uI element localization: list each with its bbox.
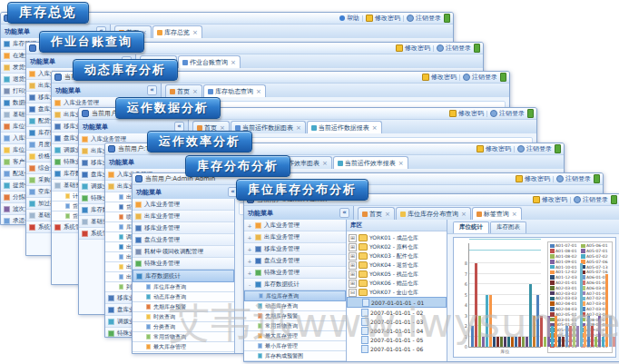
tab[interactable]: 首页 × [358, 207, 395, 220]
logout-button[interactable]: 注销登录 [517, 144, 552, 153]
tab[interactable]: 库存动态查询 × [203, 84, 266, 97]
tree-node-location[interactable]: 2007-01-01-01 - 02 [347, 308, 447, 317]
sidebar-item[interactable]: 先期库存预警 [133, 302, 234, 312]
sidebar-item[interactable]: - 库存数据统计 [244, 279, 346, 290]
sidebar-item[interactable]: 动态库存查询 [244, 301, 346, 311]
sidebar-item[interactable]: 移库业务管理 [133, 222, 234, 234]
tree-node-location[interactable]: 2007-01-01-01 - 03 [347, 317, 447, 326]
tree-expander-icon[interactable]: ⊞ [349, 261, 357, 270]
sidebar-item[interactable]: + 出库业务管理 [244, 231, 346, 243]
sidebar-item[interactable]: 库存数据统计 [133, 270, 234, 282]
logout-button[interactable]: 注销登录 [490, 109, 525, 118]
sidebar-item[interactable]: 常用货物查询 [133, 332, 234, 342]
tree-node-warehouse[interactable]: ⊞ YORK03 - 配件仓库 [347, 251, 447, 261]
tab[interactable]: 库位库存分布查询 × [396, 207, 471, 220]
sidebar-item[interactable]: 入库业务管理 [133, 199, 234, 211]
sidebar-item[interactable]: 先期库存预警 [244, 311, 346, 321]
tree-node-warehouse[interactable]: ⊞ YORK04 - 退货仓库 [347, 261, 447, 270]
sidebar-item[interactable]: 时效查询 [133, 312, 234, 322]
change-password-button[interactable]: 修改密码 [477, 144, 511, 153]
sidebar-item[interactable]: 最小库存管理 [133, 352, 234, 353]
tab-close-icon[interactable]: × [192, 29, 198, 36]
tree-node-warehouse[interactable]: ⊟ YORK07 - 金山仓库 [347, 288, 447, 297]
sidebar-item[interactable]: 分类查询 [133, 322, 234, 332]
tab-close-icon[interactable]: × [231, 59, 236, 66]
tab-close-icon[interactable]: × [512, 211, 517, 218]
tree-expander-icon[interactable]: ⊟ [349, 289, 357, 297]
tree-node-warehouse[interactable]: ⊞ YORK01 - 成品仓库 [347, 233, 447, 242]
exit-icon[interactable] [555, 144, 561, 153]
logout-button[interactable]: 注销登录 [437, 44, 471, 53]
view-tab-stock-chart[interactable]: 库存图表 [490, 221, 526, 233]
expander-icon[interactable]: + [247, 246, 252, 252]
logout-button[interactable]: 注销登录 [574, 195, 608, 204]
exit-icon[interactable] [444, 14, 450, 23]
sidebar-item[interactable]: 常用货物查询 [244, 321, 346, 331]
sidebar-item[interactable]: + 特殊业务管理 [244, 267, 346, 279]
logout-button[interactable]: 注销登录 [556, 174, 591, 183]
expander-icon[interactable]: + [247, 234, 252, 241]
tree-node-warehouse[interactable]: ⊞ YORK02 - 原料仓库 [347, 242, 447, 251]
tree-expander-icon[interactable]: ⊞ [349, 252, 357, 261]
tree-expander-icon[interactable]: ⊞ [349, 271, 357, 279]
sidebar-item[interactable]: 特殊业务管理 [133, 258, 234, 270]
sidebar-item[interactable]: 动态库存查询 [133, 292, 234, 302]
change-password-button[interactable]: 修改密码 [533, 195, 567, 204]
tree-node-location[interactable]: 2007-01-01-01 - 01 [347, 297, 447, 308]
tab[interactable]: 作业台账查询 × [178, 55, 241, 68]
tree-expander-icon[interactable]: ⊞ [349, 280, 357, 288]
logout-button[interactable]: 注销登录 [463, 73, 497, 82]
tree-node-warehouse[interactable]: ⊞ YORK06 - 赠品仓库 [347, 279, 447, 288]
exit-icon[interactable] [500, 73, 506, 82]
help-button[interactable]: 帮助 [339, 14, 359, 23]
tab[interactable]: 当前运作数据报表 × [307, 121, 382, 133]
sidebar-item[interactable]: 最大库存管理 [133, 342, 234, 352]
tree-expander-icon[interactable]: ⊞ [349, 243, 357, 251]
tab[interactable]: 当前运作效率报表 × [333, 156, 408, 169]
collapse-menu-button[interactable]: « [339, 208, 349, 218]
sidebar-item[interactable]: 出库业务管理 [133, 211, 234, 222]
sidebar-item[interactable]: + 入库业务管理 [244, 220, 346, 231]
view-tab-location-stats[interactable]: 库位统计 [453, 221, 489, 233]
tab-close-icon[interactable]: × [256, 88, 261, 95]
sidebar-item[interactable]: 最大库存管理 [244, 331, 346, 341]
sidebar-item[interactable]: 耗材申领回收调配管理 [133, 246, 234, 258]
exit-icon[interactable] [474, 44, 480, 53]
change-password-button[interactable]: 修改密码 [422, 73, 457, 82]
change-password-button[interactable]: 修改密码 [366, 14, 400, 23]
tree-expander-icon[interactable]: ⊞ [349, 234, 357, 242]
tab[interactable]: 标签查询 × [472, 207, 522, 220]
collapse-menu-button[interactable]: « [147, 85, 157, 95]
tab-close-icon[interactable]: × [322, 160, 328, 167]
tree-node-location[interactable]: 2007-01-01-01 - 06 [347, 344, 447, 353]
tab[interactable]: 首页 × [165, 84, 202, 97]
tab-close-icon[interactable]: × [398, 160, 404, 167]
sidebar-item[interactable]: + 移库业务管理 [244, 243, 346, 255]
expander-icon[interactable]: - [247, 281, 252, 288]
sidebar-item[interactable]: 库位库存查询 [133, 282, 234, 292]
sidebar-item[interactable]: + 盘点业务管理 [244, 255, 346, 267]
tab-close-icon[interactable]: × [461, 211, 467, 218]
tab-close-icon[interactable]: × [296, 124, 301, 132]
tab-close-icon[interactable]: × [372, 124, 378, 132]
tab-close-icon[interactable]: × [385, 211, 390, 218]
exit-icon[interactable] [611, 195, 617, 204]
tree-node-location[interactable]: 2007-01-01-01 - 04 [347, 326, 447, 335]
sidebar-item[interactable]: 盘点业务管理 [133, 234, 234, 246]
expander-icon[interactable]: + [247, 258, 252, 264]
change-password-button[interactable]: 修改密码 [449, 109, 484, 118]
sidebar-item[interactable]: 最小库存管理 [244, 341, 346, 351]
tree-node-warehouse[interactable]: ⊞ YORK05 - 残品仓库 [347, 270, 447, 279]
sidebar-item[interactable]: 库存构成预警图 [244, 351, 346, 361]
logout-button[interactable]: 注销登录 [407, 14, 441, 23]
tab-close-icon[interactable]: × [192, 88, 198, 95]
change-password-button[interactable]: 修改密码 [396, 44, 430, 53]
tab[interactable]: 库存总览 × [152, 25, 202, 38]
tree-node-location[interactable]: 2007-01-01-01 - 05 [347, 335, 447, 344]
exit-icon[interactable] [527, 109, 534, 118]
exit-icon[interactable] [594, 174, 600, 183]
expander-icon[interactable]: + [247, 222, 252, 229]
sidebar-item[interactable]: 库位库存查询 [244, 290, 346, 301]
expander-icon[interactable]: + [247, 270, 252, 276]
change-password-button[interactable]: 修改密码 [516, 174, 550, 183]
